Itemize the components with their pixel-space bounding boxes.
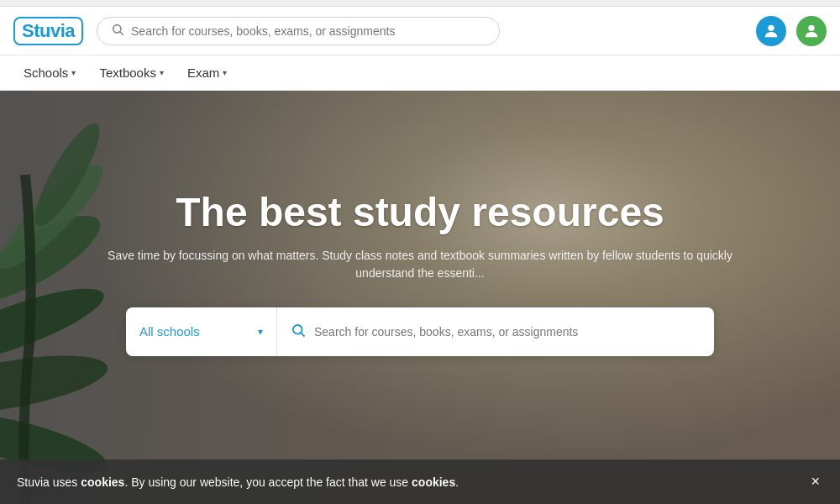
svg-point-2 [768,24,774,30]
hero-title: The best study resources [176,189,664,235]
cookie-text-before: Stuvia uses [17,475,81,489]
svg-point-3 [808,24,814,30]
svg-point-0 [113,24,121,32]
school-selector-chevron-icon: ▾ [258,326,263,338]
nav-item-textbooks[interactable]: Textbooks ▾ [89,59,174,87]
cookie-text: Stuvia uses cookies. By using our websit… [17,475,459,489]
cookie-notice: Stuvia uses cookies. By using our websit… [0,459,840,504]
stuvia-logo[interactable]: Stuvia [13,17,83,45]
cookie-bold1: cookies [81,475,124,489]
hero-subtitle: Save time by focussing on what matters. … [84,247,756,282]
exam-chevron-icon: ▾ [223,68,227,77]
nav-item-exam[interactable]: Exam ▾ [177,59,237,87]
nav-textbooks-label: Textbooks [99,66,156,80]
header-right [756,16,827,46]
avatar-green[interactable] [796,16,827,46]
hero-section: The best study resources Save time by fo… [0,91,840,504]
svg-line-11 [301,333,304,336]
search-icon [111,23,124,39]
svg-point-10 [293,325,302,334]
school-selector-label: All schools [139,324,200,339]
hero-search-field[interactable] [314,325,701,339]
browser-bar [0,0,840,7]
nav-item-schools[interactable]: Schools ▾ [13,59,86,87]
cookie-text-middle: . By using our website, you accept the f… [124,475,412,489]
cookie-text-after: . [455,475,459,489]
user-avatar[interactable] [756,16,786,46]
school-selector[interactable]: All schools ▾ [126,307,277,356]
schools-chevron-icon: ▾ [71,68,76,77]
header: Stuvia [0,7,840,55]
header-search-bar[interactable] [97,17,500,45]
cookie-close-button[interactable]: × [807,470,823,494]
svg-line-1 [120,32,123,35]
nav-exam-label: Exam [187,66,219,80]
textbooks-chevron-icon: ▾ [160,68,164,77]
cookie-bold2: cookies [412,475,455,489]
nav-schools-label: Schools [24,66,68,80]
hero-search-input-wrapper [277,323,714,341]
hero-content: The best study resources Save time by fo… [0,91,840,504]
hero-search-box: All schools ▾ [126,307,714,356]
header-search-input[interactable] [131,24,486,38]
hero-search-icon [291,323,306,341]
nav: Schools ▾ Textbooks ▾ Exam ▾ [0,55,840,91]
